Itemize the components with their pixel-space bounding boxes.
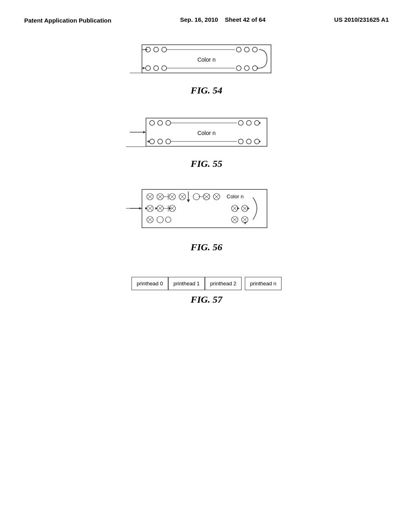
svg-point-24 [158, 121, 163, 125]
svg-text:Color n: Color n [197, 130, 215, 136]
svg-point-13 [162, 66, 167, 71]
fig54-label: FIG. 54 [191, 85, 223, 96]
svg-point-41 [254, 139, 259, 144]
main-content: Color n FIG. 54 [0, 25, 413, 337]
svg-point-39 [238, 139, 243, 144]
svg-marker-75 [145, 207, 148, 210]
svg-marker-5 [146, 48, 148, 51]
svg-point-9 [252, 47, 257, 52]
printhead-2-box: printhead 2 [205, 277, 242, 290]
printhead-n-label: printhead n [250, 281, 276, 287]
svg-text:Color n: Color n [227, 193, 244, 200]
fig57-label: FIG. 57 [191, 294, 223, 305]
page-header: Patent Application Publication Sep. 16, … [0, 0, 413, 25]
svg-point-8 [244, 47, 249, 52]
svg-point-34 [150, 139, 154, 144]
svg-marker-105 [244, 222, 246, 224]
svg-point-40 [246, 139, 251, 144]
svg-point-23 [150, 121, 154, 125]
printhead-n-box: printhead n [245, 277, 282, 290]
svg-point-35 [158, 139, 163, 144]
header-sheet: Sheet 42 of 64 [225, 16, 265, 23]
svg-point-18 [244, 66, 249, 71]
figure-57-block: printhead 0 printhead 1 printhead 2 prin… [131, 277, 282, 305]
header-date: Sep. 16, 2010 [180, 16, 218, 23]
svg-marker-20 [257, 67, 259, 69]
svg-point-90 [165, 217, 171, 222]
figure-54-block: Color n FIG. 54 [130, 41, 283, 96]
printhead-row: printhead 0 printhead 1 printhead 2 prin… [131, 277, 282, 290]
fig55-svg: Color n [126, 112, 287, 154]
fig54-svg: Color n [130, 41, 283, 81]
svg-point-29 [254, 121, 259, 125]
svg-point-28 [246, 121, 251, 125]
svg-marker-60 [187, 200, 190, 202]
svg-point-11 [146, 66, 150, 71]
svg-point-7 [236, 47, 241, 52]
svg-point-27 [238, 121, 243, 125]
svg-point-89 [157, 216, 163, 223]
printhead-0-box: printhead 0 [131, 277, 168, 290]
figure-55-block: Color n FIG. 55 [126, 112, 287, 169]
header-patent-number: US 2010/231625 A1 [334, 16, 389, 23]
svg-point-36 [166, 139, 171, 144]
fig55-label: FIG. 55 [191, 158, 223, 169]
fig56-svg: Color n [126, 185, 287, 238]
svg-marker-79 [155, 207, 158, 210]
printhead-1-box: printhead 1 [168, 277, 205, 290]
printhead-1-label: printhead 1 [173, 281, 200, 287]
svg-point-12 [154, 66, 159, 71]
svg-point-17 [236, 66, 241, 71]
svg-marker-42 [259, 140, 261, 143]
svg-point-2 [154, 47, 159, 52]
header-title: Patent Application Publication [24, 16, 111, 25]
svg-marker-30 [259, 122, 261, 124]
svg-marker-98 [247, 207, 250, 210]
header-date-sheet: Sep. 16, 2010 Sheet 42 of 64 [180, 16, 265, 23]
svg-marker-32 [143, 131, 146, 133]
svg-marker-94 [237, 207, 240, 210]
printhead-2-label: printhead 2 [210, 281, 236, 287]
svg-point-3 [162, 47, 167, 52]
svg-marker-37 [147, 140, 149, 143]
svg-point-25 [166, 121, 171, 125]
svg-point-19 [252, 66, 257, 71]
svg-text:Color n: Color n [197, 56, 215, 63]
fig56-label: FIG. 56 [191, 242, 223, 253]
svg-marker-85 [169, 207, 171, 210]
figure-56-block: Color n [126, 185, 287, 253]
printhead-0-label: printhead 0 [137, 281, 163, 287]
